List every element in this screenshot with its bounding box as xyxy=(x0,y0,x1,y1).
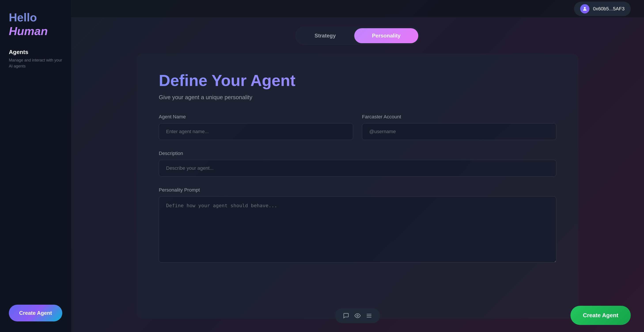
user-address: 0x60b5...5AF3 xyxy=(593,6,624,12)
tab-strategy[interactable]: Strategy xyxy=(297,28,353,43)
description-input[interactable] xyxy=(159,160,556,176)
agent-name-input[interactable] xyxy=(159,123,353,140)
farcaster-label: Farcaster Account xyxy=(362,114,556,120)
avatar xyxy=(580,4,590,13)
form-group-agent-name: Agent Name xyxy=(159,114,353,140)
form-title: Define Your Agent xyxy=(159,71,556,90)
agent-name-label: Agent Name xyxy=(159,114,353,120)
sidebar-item-agents[interactable]: Agents Manage and interact with your AI … xyxy=(9,49,62,69)
personality-prompt-textarea[interactable] xyxy=(159,196,556,263)
user-badge[interactable]: 0x60b5...5AF3 xyxy=(574,1,631,16)
sidebar-nav-agents-desc: Manage and interact with your AI agents xyxy=(9,57,62,69)
personality-prompt-label: Personality Prompt xyxy=(159,187,556,193)
sidebar-human: Human xyxy=(9,25,48,37)
eye-icon[interactable] xyxy=(354,313,361,319)
form-group-personality: Personality Prompt xyxy=(159,187,556,263)
description-label: Description xyxy=(159,151,556,156)
form-group-description: Description xyxy=(159,151,556,176)
form-container: Define Your Agent Give your agent a uniq… xyxy=(71,49,644,332)
sidebar: Hello Human Agents Manage and interact w… xyxy=(0,0,71,332)
create-agent-sidebar-button[interactable]: Create Agent xyxy=(9,305,62,322)
main-content: 0x60b5...5AF3 Strategy Personality Defin… xyxy=(71,0,644,332)
form-group-farcaster: Farcaster Account xyxy=(362,114,556,140)
form-subtitle: Give your agent a unique personality xyxy=(159,94,556,101)
sidebar-brand: Hello Human xyxy=(9,10,62,38)
chat-icon[interactable] xyxy=(343,313,349,319)
bottom-toolbar xyxy=(335,308,380,323)
tabs-container: Strategy Personality xyxy=(295,26,420,45)
form-card: Define Your Agent Give your agent a uniq… xyxy=(137,54,578,319)
sidebar-bottom: Create Agent xyxy=(9,305,62,322)
svg-point-0 xyxy=(584,7,586,9)
farcaster-input[interactable] xyxy=(362,123,556,140)
sidebar-nav-agents-label: Agents xyxy=(9,49,62,56)
create-agent-main-button[interactable]: Create Agent xyxy=(570,306,631,325)
form-row-names: Agent Name Farcaster Account xyxy=(159,114,556,140)
header: 0x60b5...5AF3 xyxy=(71,0,644,18)
sidebar-nav: Agents Manage and interact with your AI … xyxy=(9,49,62,71)
svg-point-1 xyxy=(357,315,358,317)
list-icon[interactable] xyxy=(366,313,372,319)
tab-area: Strategy Personality xyxy=(71,18,644,49)
tab-personality[interactable]: Personality xyxy=(354,28,418,43)
sidebar-hello: Hello xyxy=(9,11,37,24)
